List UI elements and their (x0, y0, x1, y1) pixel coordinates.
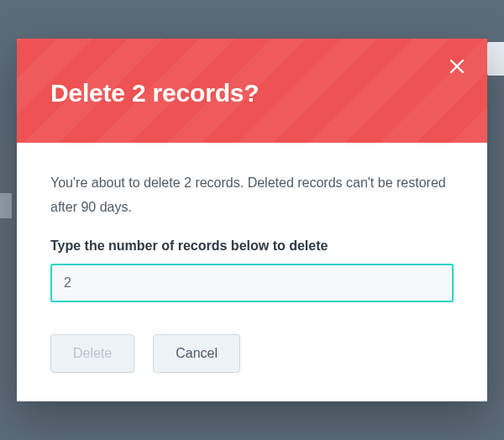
delete-confirmation-modal: Delete 2 records? You're about to delete… (17, 39, 487, 401)
close-icon (449, 58, 465, 77)
delete-button[interactable]: Delete (50, 334, 134, 373)
confirm-input-label: Type the number of records below to dele… (50, 238, 454, 254)
background-fragment (487, 42, 504, 76)
modal-title: Delete 2 records? (50, 79, 454, 107)
modal-body: You're about to delete 2 records. Delete… (17, 143, 487, 319)
background-fragment (0, 193, 12, 218)
close-button[interactable] (445, 55, 469, 79)
warning-text: You're about to delete 2 records. Delete… (50, 171, 454, 220)
modal-footer: Delete Cancel (17, 319, 487, 401)
modal-header: Delete 2 records? (17, 39, 487, 143)
confirm-count-input[interactable] (50, 264, 454, 302)
cancel-button[interactable]: Cancel (153, 334, 240, 373)
